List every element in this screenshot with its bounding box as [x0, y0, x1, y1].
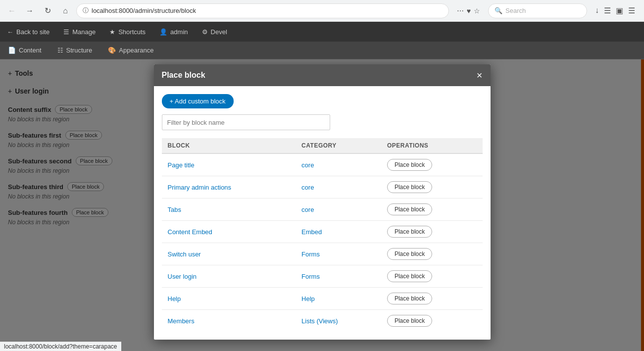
col-category: CATEGORY: [296, 138, 381, 153]
brush-icon: 🎨: [108, 47, 116, 54]
place-block-button-2[interactable]: Place block: [387, 203, 432, 215]
category-cell: Help: [296, 288, 381, 310]
col-operations: OPERATIONS: [381, 138, 483, 153]
reload-button[interactable]: ↻: [41, 4, 54, 18]
bookmark-icon[interactable]: ☆: [474, 7, 480, 15]
search-box[interactable]: 🔍 Search: [488, 3, 587, 18]
structure-icon: ☷: [57, 47, 63, 54]
home-button[interactable]: ⌂: [58, 4, 72, 18]
block-name-link[interactable]: Page title: [168, 161, 195, 169]
table-row: HelpHelpPlace block: [162, 288, 483, 310]
appearance-nav-item[interactable]: 🎨 Appearance: [100, 42, 161, 59]
table-row: Page titlecorePlace block: [162, 153, 483, 176]
category-cell: Forms: [296, 265, 381, 288]
category-cell: Lists (Views): [296, 310, 381, 332]
block-name-link[interactable]: Help: [168, 295, 181, 302]
structure-nav-item[interactable]: ☷ Structure: [50, 42, 100, 59]
admin-toolbar: ← Back to site ☰ Manage ★ Shortcuts 👤 ad…: [0, 22, 644, 42]
status-text: localhost:8000/block/add?theme=carapace: [4, 343, 117, 350]
back-button[interactable]: ←: [5, 4, 19, 18]
library-icon[interactable]: ☰: [604, 6, 611, 15]
shortcuts-label: Shortcuts: [118, 28, 146, 36]
category-cell: Forms: [296, 243, 381, 265]
block-name-link[interactable]: Switch user: [168, 251, 201, 258]
table-header-row: BLOCK CATEGORY OPERATIONS: [162, 138, 483, 153]
file-icon: 📄: [8, 47, 16, 54]
address-bar[interactable]: ⓘ localhost:8000/admin/structure/block: [76, 3, 449, 18]
place-block-button-1[interactable]: Place block: [387, 181, 432, 193]
address-text: localhost:8000/admin/structure/block: [92, 7, 196, 14]
bars-icon: ☰: [63, 28, 69, 36]
table-row: Primary admin actionscorePlace block: [162, 176, 483, 199]
modal-close-button[interactable]: ×: [477, 70, 483, 80]
place-block-button-5[interactable]: Place block: [387, 270, 432, 282]
sidebar-icon[interactable]: ▣: [616, 6, 623, 15]
manage-item[interactable]: ☰ Manage: [56, 22, 102, 42]
modal-body: + Add custom block BLOCK CATEGORY OPERAT…: [154, 86, 491, 340]
place-block-button-4[interactable]: Place block: [387, 248, 432, 260]
category-cell: core: [296, 153, 381, 176]
user-icon: 👤: [159, 28, 167, 36]
structure-label: Structure: [66, 47, 93, 54]
block-name-link[interactable]: Tabs: [168, 206, 181, 213]
content-label: Content: [19, 47, 42, 54]
modal-overlay[interactable]: Place block × + Add custom block BLOCK C…: [0, 59, 644, 351]
table-row: Switch userFormsPlace block: [162, 243, 483, 265]
modal-title: Place block: [162, 71, 205, 80]
shortcuts-item[interactable]: ★ Shortcuts: [102, 22, 152, 42]
add-custom-block-button[interactable]: + Add custom block: [162, 94, 234, 108]
arrow-left-icon: ←: [7, 28, 13, 36]
forward-button[interactable]: →: [23, 4, 37, 18]
admin-label: admin: [170, 28, 188, 36]
menu-icon[interactable]: ☰: [628, 6, 635, 15]
place-block-button-3[interactable]: Place block: [387, 226, 432, 238]
gear-icon: ⚙: [202, 28, 208, 36]
download-icon[interactable]: ↓: [595, 6, 599, 15]
category-cell: core: [296, 199, 381, 221]
secondary-nav: 📄 Content ☷ Structure 🎨 Appearance: [0, 42, 644, 59]
place-block-button-6[interactable]: Place block: [387, 293, 432, 304]
more-options-icon[interactable]: ⋯: [457, 7, 464, 15]
category-cell: core: [296, 176, 381, 199]
blocks-table: BLOCK CATEGORY OPERATIONS Page titlecore…: [162, 138, 483, 332]
star-icon: ★: [109, 28, 115, 36]
devel-item[interactable]: ⚙ Devel: [195, 22, 234, 42]
filter-input[interactable]: [162, 114, 330, 130]
appearance-label: Appearance: [119, 47, 153, 54]
block-name-link[interactable]: Members: [168, 317, 195, 325]
place-block-modal: Place block × + Add custom block BLOCK C…: [154, 64, 491, 340]
search-placeholder: Search: [505, 7, 526, 14]
status-bar: localhost:8000/block/add?theme=carapace: [0, 342, 121, 351]
pocket-icon[interactable]: ♥: [467, 7, 471, 15]
block-name-link[interactable]: Content Embed: [168, 228, 212, 236]
browser-chrome: ← → ↻ ⌂ ⓘ localhost:8000/admin/structure…: [0, 0, 644, 22]
place-block-button-7[interactable]: Place block: [387, 315, 432, 327]
main-content: + Tools + User login Content suffix Plac…: [0, 59, 644, 351]
search-icon: 🔍: [495, 7, 502, 14]
block-name-link[interactable]: Primary admin actions: [168, 184, 232, 191]
back-to-site-item[interactable]: ← Back to site: [0, 22, 56, 42]
content-nav-item[interactable]: 📄 Content: [0, 42, 50, 59]
admin-item[interactable]: 👤 admin: [152, 22, 195, 42]
table-row: User loginFormsPlace block: [162, 265, 483, 288]
table-row: TabscorePlace block: [162, 199, 483, 221]
modal-header: Place block ×: [154, 64, 491, 86]
block-name-link[interactable]: User login: [168, 273, 197, 280]
col-block: BLOCK: [162, 138, 296, 153]
devel-label: Devel: [211, 28, 227, 36]
place-block-button-0[interactable]: Place block: [387, 159, 432, 171]
back-to-site-label: Back to site: [16, 28, 50, 36]
table-row: MembersLists (Views)Place block: [162, 310, 483, 332]
manage-label: Manage: [72, 28, 96, 36]
category-cell: Embed: [296, 221, 381, 243]
lock-icon: ⓘ: [83, 6, 89, 15]
table-row: Content EmbedEmbedPlace block: [162, 221, 483, 243]
